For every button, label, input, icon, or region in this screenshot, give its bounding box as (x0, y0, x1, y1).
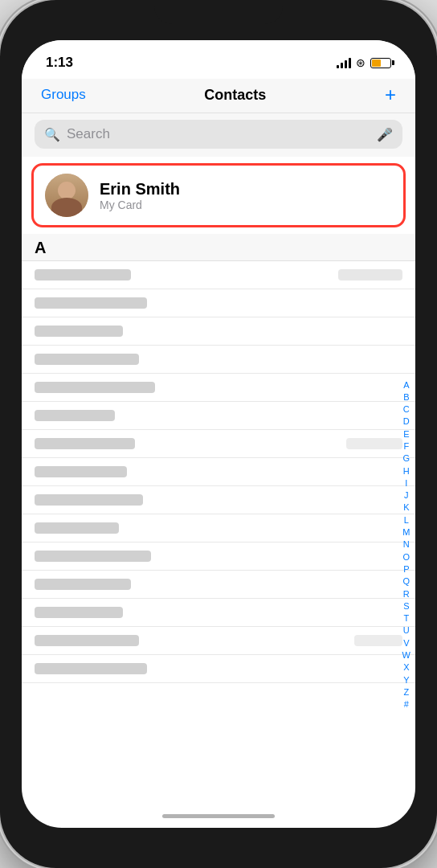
my-card-name: Erin Smith (100, 180, 180, 199)
index-letter-k[interactable]: K (402, 502, 410, 513)
index-letter-o[interactable]: O (402, 551, 410, 563)
list-item[interactable] (22, 514, 415, 542)
index-letter-p[interactable]: P (402, 563, 410, 575)
contact-name-blurred (35, 579, 131, 590)
content-area: A (22, 234, 415, 828)
contact-name-blurred (35, 297, 147, 309)
index-letter-f[interactable]: F (402, 440, 410, 452)
list-item[interactable] (22, 402, 415, 430)
index-letter-r[interactable]: R (402, 588, 410, 600)
status-bar: 1:13 ⊛ (22, 40, 415, 79)
index-letter-m[interactable]: M (402, 526, 410, 538)
list-item[interactable] (22, 542, 415, 571)
list-item[interactable] (22, 571, 415, 599)
index-letter-hash[interactable]: # (402, 698, 410, 710)
index-letter-e[interactable]: E (402, 428, 410, 440)
contact-name-blurred (35, 438, 135, 449)
list-item[interactable] (22, 430, 415, 458)
nav-bar: Groups Contacts + (22, 79, 415, 113)
index-letter-i[interactable]: I (402, 477, 410, 489)
contact-name-blurred (35, 466, 127, 477)
contact-name-blurred (35, 607, 123, 618)
section-header-a: A (22, 234, 415, 261)
search-input[interactable]: Search (67, 126, 370, 142)
battery-icon (370, 58, 391, 68)
wifi-icon: ⊛ (356, 56, 366, 69)
index-letter-s[interactable]: S (402, 600, 410, 612)
add-contact-button[interactable]: + (385, 85, 396, 104)
my-card-section: Erin Smith My Card (22, 157, 415, 234)
page-title: Contacts (204, 87, 266, 104)
contact-name-blurred (35, 551, 151, 562)
contact-name-blurred (35, 522, 119, 534)
contact-name-blurred (35, 410, 115, 421)
list-item[interactable] (22, 317, 415, 346)
home-indicator (162, 814, 275, 818)
contact-name-blurred (35, 326, 123, 337)
index-letter-y[interactable]: Y (402, 674, 410, 686)
groups-button[interactable]: Groups (41, 87, 86, 103)
index-letter-q[interactable]: Q (402, 575, 410, 587)
microphone-icon[interactable]: 🎤 (377, 127, 393, 142)
contact-name-blurred (35, 635, 139, 646)
list-item[interactable] (22, 599, 415, 627)
contacts-list: A B C D E F G H I J K L M N O P Q (22, 261, 415, 828)
index-letter-w[interactable]: W (402, 649, 410, 661)
list-item[interactable] (22, 261, 415, 289)
index-letter-g[interactable]: G (402, 452, 410, 464)
contact-name-blurred (35, 494, 143, 506)
list-item[interactable] (22, 486, 415, 514)
index-letter-n[interactable]: N (402, 538, 410, 550)
my-card[interactable]: Erin Smith My Card (31, 163, 406, 227)
my-card-info: Erin Smith My Card (100, 180, 180, 211)
avatar (45, 174, 88, 217)
list-item[interactable] (22, 374, 415, 402)
search-icon: 🔍 (44, 127, 60, 142)
index-letter-d[interactable]: D (402, 416, 410, 427)
index-letter-c[interactable]: C (402, 403, 410, 415)
phone-frame: 1:13 ⊛ Groups Contacts + (0, 0, 437, 868)
list-item[interactable] (22, 346, 415, 374)
search-bar: 🔍 Search 🎤 (22, 113, 415, 157)
index-letter-h[interactable]: H (402, 465, 410, 477)
search-input-container[interactable]: 🔍 Search 🎤 (35, 120, 402, 149)
contact-name-blurred (35, 663, 147, 674)
notch (154, 0, 283, 24)
index-letter-l[interactable]: L (402, 514, 410, 526)
contact-name-blurred (35, 269, 131, 280)
index-letter-x[interactable]: X (402, 661, 410, 673)
index-letter-v[interactable]: V (402, 637, 410, 649)
list-item[interactable] (22, 458, 415, 486)
contact-name-blurred (35, 382, 155, 393)
list-item[interactable] (22, 627, 415, 655)
index-letter-a[interactable]: A (402, 379, 410, 390)
index-sidebar[interactable]: A B C D E F G H I J K L M N O P Q (402, 379, 410, 710)
list-item[interactable] (22, 655, 415, 683)
contact-name-blurred (35, 354, 139, 365)
index-letter-z[interactable]: Z (402, 686, 410, 698)
my-card-subtitle: My Card (100, 199, 180, 211)
list-item[interactable] (22, 289, 415, 317)
status-time: 1:13 (46, 55, 73, 71)
index-letter-b[interactable]: B (402, 391, 410, 403)
index-letter-j[interactable]: J (402, 489, 410, 501)
signal-icon (337, 57, 351, 68)
screen: 1:13 ⊛ Groups Contacts + (22, 40, 415, 828)
index-letter-u[interactable]: U (402, 624, 410, 636)
index-letter-t[interactable]: T (402, 612, 410, 624)
status-icons: ⊛ (337, 56, 391, 69)
